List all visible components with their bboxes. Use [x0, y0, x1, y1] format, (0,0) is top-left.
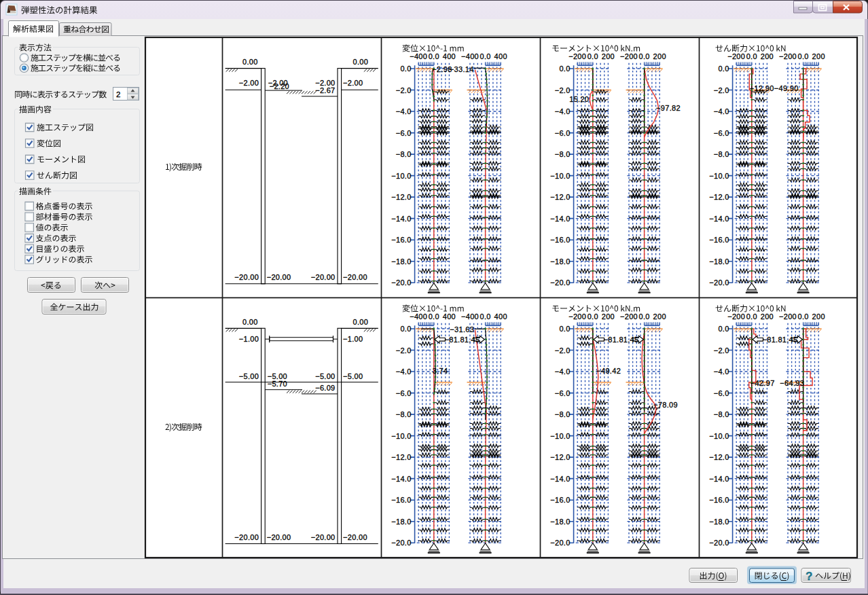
svg-text:−14.0: −14.0 — [391, 475, 411, 483]
svg-text:0.0: 0.0 — [797, 312, 808, 321]
svg-text:−200: −200 — [568, 52, 586, 60]
svg-text:0.0: 0.0 — [480, 52, 490, 60]
svg-text:−1.00: −1.00 — [239, 335, 259, 343]
svg-text:−12.0: −12.0 — [550, 193, 570, 201]
svg-text:−4.0: −4.0 — [714, 107, 729, 115]
svg-text:−5.00: −5.00 — [239, 372, 259, 380]
svg-text:−200: −200 — [620, 312, 638, 321]
svg-text:−78.09: −78.09 — [653, 401, 678, 409]
svg-text:−10.0: −10.0 — [391, 432, 411, 440]
svg-text:−200: −200 — [779, 312, 797, 321]
svg-text:−8.0: −8.0 — [396, 410, 412, 418]
svg-text:200: 200 — [602, 312, 615, 321]
svg-text:−2.0: −2.0 — [396, 86, 412, 94]
svg-text:200: 200 — [602, 52, 615, 60]
svg-text:−12.0: −12.0 — [550, 453, 570, 461]
svg-text:−6.0: −6.0 — [555, 389, 571, 397]
svg-text:−6.0: −6.0 — [396, 129, 412, 137]
svg-text:−1.00: −1.00 — [343, 335, 363, 343]
svg-text:−12.0: −12.0 — [709, 453, 729, 461]
svg-text:−8.0: −8.0 — [555, 150, 571, 158]
svg-text:−400: −400 — [461, 52, 479, 60]
svg-text:0.0: 0.0 — [718, 325, 729, 333]
svg-text:−2.0: −2.0 — [555, 86, 571, 94]
svg-text:−10.0: −10.0 — [550, 432, 570, 440]
svg-text:0.00: 0.00 — [242, 318, 258, 326]
svg-text:−10.0: −10.0 — [391, 172, 411, 180]
svg-text:0.00: 0.00 — [353, 58, 369, 66]
svg-text:0.0: 0.0 — [429, 52, 439, 60]
svg-text:−81.81.45: −81.81.45 — [763, 336, 798, 344]
svg-text:−81.81.45: −81.81.45 — [604, 336, 639, 344]
svg-text:200: 200 — [761, 52, 774, 60]
svg-text:−33.14: −33.14 — [450, 65, 474, 73]
svg-text:−6.0: −6.0 — [555, 129, 571, 137]
svg-text:0.0: 0.0 — [718, 65, 729, 73]
svg-text:−97.82: −97.82 — [656, 104, 681, 112]
svg-text:−2.0: −2.0 — [396, 346, 412, 355]
svg-text:−400: −400 — [410, 312, 427, 321]
svg-text:−200: −200 — [727, 52, 745, 60]
svg-text:−16.0: −16.0 — [391, 496, 411, 504]
svg-text:−4.0: −4.0 — [555, 367, 571, 376]
svg-text:−14.0: −14.0 — [709, 215, 729, 223]
svg-text:−20.0: −20.0 — [391, 539, 411, 547]
svg-text:−200: −200 — [727, 312, 745, 321]
svg-text:−20.00: −20.00 — [311, 533, 336, 541]
svg-text:−20.00: −20.00 — [267, 533, 291, 541]
svg-text:−12.90: −12.90 — [750, 84, 774, 92]
svg-text:−14.0: −14.0 — [550, 215, 570, 223]
svg-text:−2.0: −2.0 — [714, 86, 729, 94]
svg-text:−6.0: −6.0 — [396, 389, 412, 397]
svg-text:−2.0: −2.0 — [714, 346, 729, 355]
svg-text:−6.0: −6.0 — [714, 129, 729, 137]
svg-text:400: 400 — [494, 52, 507, 60]
svg-text:−6.09: −6.09 — [315, 384, 335, 392]
svg-text:−16.0: −16.0 — [550, 496, 570, 504]
svg-text:−18.0: −18.0 — [391, 518, 411, 526]
svg-text:−200: −200 — [568, 312, 586, 321]
svg-text:−14.0: −14.0 — [550, 475, 570, 483]
svg-text:−2.67: −2.67 — [315, 86, 335, 94]
svg-text:−8.0: −8.0 — [714, 410, 729, 418]
svg-text:0.0: 0.0 — [480, 312, 490, 321]
svg-text:200: 200 — [653, 312, 666, 321]
svg-text:−16.0: −16.0 — [709, 496, 729, 504]
svg-text:−20.0: −20.0 — [709, 539, 729, 547]
svg-text:−16.0: −16.0 — [709, 236, 729, 244]
svg-text:0.0: 0.0 — [559, 65, 570, 73]
svg-text:3.74: 3.74 — [433, 367, 448, 375]
svg-text:−31.63: −31.63 — [450, 325, 474, 333]
svg-text:?: ? — [806, 570, 812, 583]
svg-text:−12.0: −12.0 — [391, 193, 411, 201]
svg-text:−400: −400 — [461, 312, 479, 321]
svg-text:0.0: 0.0 — [559, 325, 570, 333]
svg-text:−10.0: −10.0 — [550, 172, 570, 180]
svg-text:0.0: 0.0 — [797, 52, 808, 60]
svg-text:−18.0: −18.0 — [391, 257, 411, 266]
svg-text:−200: −200 — [779, 52, 797, 60]
svg-text:−81.81.45: −81.81.45 — [445, 336, 480, 344]
svg-text:−20.00: −20.00 — [267, 273, 291, 281]
svg-text:−20.00: −20.00 — [343, 533, 367, 541]
svg-text:−16.0: −16.0 — [550, 236, 570, 244]
svg-text:−18.0: −18.0 — [550, 518, 570, 526]
svg-text:−10.0: −10.0 — [709, 172, 729, 180]
svg-text:−18.0: −18.0 — [709, 257, 729, 266]
svg-text:−49.90: −49.90 — [774, 84, 799, 92]
svg-text:−4.0: −4.0 — [396, 107, 412, 115]
svg-text:−12.0: −12.0 — [709, 193, 729, 201]
svg-text:200: 200 — [812, 312, 825, 321]
svg-text:200: 200 — [812, 52, 825, 60]
svg-text:−20.00: −20.00 — [343, 273, 367, 281]
svg-text:−2.0: −2.0 — [555, 346, 571, 355]
svg-text:0.00: 0.00 — [353, 318, 369, 326]
svg-text:−8.0: −8.0 — [396, 150, 412, 158]
svg-text:−8.0: −8.0 — [714, 150, 729, 158]
svg-text:−14.0: −14.0 — [709, 475, 729, 483]
svg-text:200: 200 — [653, 52, 666, 60]
svg-text:−20.0: −20.0 — [550, 539, 570, 547]
svg-text:0.0: 0.0 — [638, 52, 649, 60]
svg-text:−2.00: −2.00 — [343, 79, 363, 87]
svg-text:0.0: 0.0 — [746, 52, 757, 60]
